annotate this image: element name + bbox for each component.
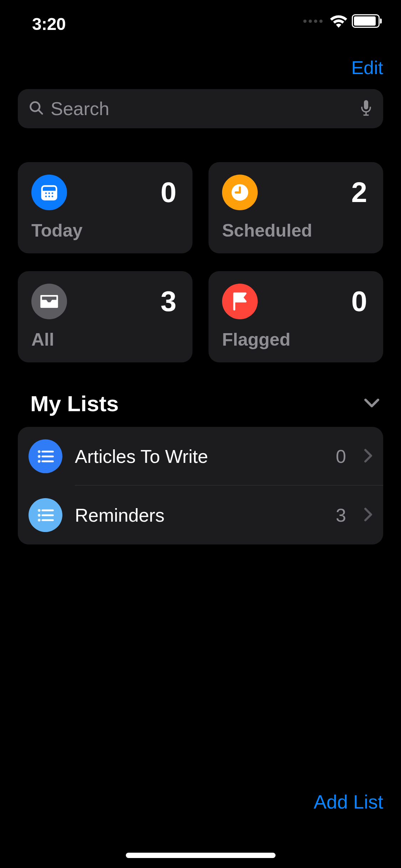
list-bullet-icon [29, 498, 62, 532]
cellular-signal-icon [303, 20, 323, 23]
list-bullet-icon [29, 439, 62, 473]
clock-icon [222, 175, 258, 210]
lists-container: Articles To Write 0 Reminders [18, 427, 383, 544]
card-today[interactable]: 0 Today [18, 162, 192, 253]
my-lists-title: My Lists [30, 391, 119, 416]
card-scheduled-label: Scheduled [222, 220, 367, 241]
home-indicator[interactable] [126, 853, 276, 858]
flag-icon [222, 284, 258, 319]
svg-point-11 [45, 196, 47, 197]
card-flagged-count: 0 [351, 287, 367, 316]
status-indicators [303, 14, 383, 28]
add-list-button[interactable]: Add List [314, 791, 383, 813]
status-time: 3:20 [32, 14, 66, 34]
svg-point-19 [38, 461, 39, 461]
chevron-right-icon [364, 507, 372, 523]
list-item[interactable]: Articles To Write 0 [18, 427, 383, 486]
inbox-icon [31, 284, 67, 319]
search-icon [29, 100, 44, 117]
toolbar: Edit [0, 50, 401, 89]
my-lists-header[interactable]: My Lists [0, 391, 401, 416]
list-item[interactable]: Reminders 3 [18, 486, 383, 544]
svg-point-17 [38, 456, 39, 456]
card-all-count: 3 [161, 287, 177, 316]
svg-rect-6 [42, 187, 57, 191]
search-placeholder: Search [51, 98, 353, 119]
search-input[interactable]: Search [18, 89, 383, 128]
card-today-label: Today [31, 220, 176, 241]
summary-cards: 0 Today 2 Scheduled [0, 162, 401, 362]
card-scheduled[interactable]: 2 Scheduled [209, 162, 383, 253]
svg-point-9 [48, 192, 50, 194]
card-today-count: 0 [161, 178, 177, 207]
wifi-icon [330, 14, 348, 28]
battery-icon [352, 14, 380, 28]
microphone-icon[interactable] [360, 99, 372, 118]
svg-line-1 [38, 110, 42, 114]
list-name: Articles To Write [75, 446, 323, 467]
edit-button[interactable]: Edit [351, 57, 383, 78]
status-bar: 3:20 [0, 0, 401, 50]
svg-point-12 [48, 196, 50, 197]
card-flagged[interactable]: 0 Flagged [209, 271, 383, 362]
list-count: 0 [336, 446, 346, 467]
svg-point-13 [52, 196, 53, 197]
list-name: Reminders [75, 505, 323, 526]
chevron-right-icon [364, 449, 372, 464]
svg-point-10 [52, 192, 53, 194]
svg-point-21 [38, 510, 39, 511]
card-all-label: All [31, 329, 176, 350]
chevron-down-icon [364, 398, 380, 409]
card-scheduled-count: 2 [351, 178, 367, 207]
card-all[interactable]: 3 All [18, 271, 192, 362]
card-flagged-label: Flagged [222, 329, 367, 350]
svg-point-15 [38, 451, 39, 452]
svg-point-25 [38, 520, 39, 520]
calendar-today-icon [31, 175, 67, 210]
svg-point-8 [45, 192, 47, 194]
svg-rect-2 [364, 100, 368, 109]
svg-point-23 [38, 515, 39, 515]
list-count: 3 [336, 505, 346, 526]
